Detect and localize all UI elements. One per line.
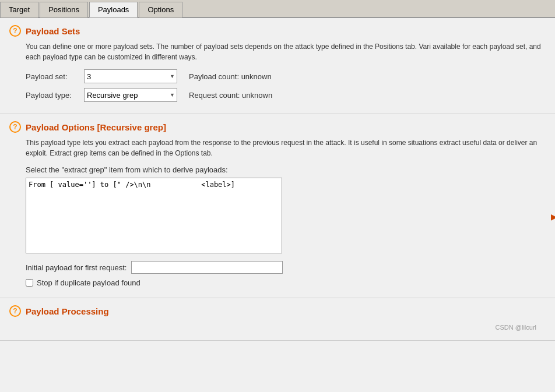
payload-options-header: ? Payload Options [Recursive grep] — [9, 121, 546, 133]
select-grep-label: Select the "extract grep" item from whic… — [26, 165, 546, 174]
payload-count-info: Payload count: unknown — [189, 72, 272, 81]
payload-type-row: Payload type: Simple list Runtime file C… — [26, 88, 546, 102]
stop-duplicate-checkbox[interactable] — [26, 279, 33, 287]
payload-sets-description: You can define one or more payload sets.… — [26, 41, 546, 62]
payload-processing-header: ? Payload Processing — [9, 305, 546, 317]
payload-type-label: Payload type: — [26, 91, 84, 100]
payload-type-select[interactable]: Simple list Runtime file Custom iterator… — [84, 88, 177, 102]
payload-sets-help-icon[interactable]: ? — [9, 25, 21, 37]
payload-set-label: Payload set: — [26, 72, 84, 81]
payload-set-row: Payload set: 1 2 3 4 Payload count: unkn… — [26, 69, 546, 83]
arrow-right-icon: ▶ — [551, 212, 555, 221]
request-count-info: Request count: unknown — [189, 91, 272, 100]
tab-payloads[interactable]: Payloads — [89, 2, 138, 17]
tab-bar: Target Positions Payloads Options — [0, 0, 555, 18]
payload-options-title: Payload Options [Recursive grep] — [26, 122, 166, 132]
payload-options-help-icon[interactable]: ? — [9, 121, 21, 133]
initial-payload-row: Initial payload for first request: — [26, 261, 546, 274]
payload-options-description: This payload type lets you extract each … — [26, 137, 546, 158]
main-content: ? Payload Sets You can define one or mor… — [0, 18, 555, 341]
tab-target[interactable]: Target — [0, 2, 38, 17]
payload-sets-section: ? Payload Sets You can define one or mor… — [0, 18, 555, 114]
stop-duplicate-row: Stop if duplicate payload found — [26, 278, 546, 287]
grep-textarea-container: From [ value=''] to [" />\n\n <label>] ▶ — [26, 178, 546, 255]
grep-textarea[interactable]: From [ value=''] to [" />\n\n <label>] — [26, 178, 282, 253]
payload-processing-title: Payload Processing — [26, 306, 109, 316]
initial-payload-label: Initial payload for first request: — [26, 263, 127, 272]
initial-payload-input[interactable] — [131, 261, 283, 274]
watermark: CSDN @lilcurl — [9, 322, 546, 333]
payload-sets-header: ? Payload Sets — [9, 25, 546, 37]
stop-duplicate-label: Stop if duplicate payload found — [37, 278, 140, 287]
payload-set-select-wrapper: 1 2 3 4 — [84, 69, 177, 83]
payload-options-section: ? Payload Options [Recursive grep] This … — [0, 114, 555, 298]
tab-options[interactable]: Options — [139, 2, 182, 17]
payload-type-select-wrapper: Simple list Runtime file Custom iterator… — [84, 88, 177, 102]
payload-processing-section: ? Payload Processing CSDN @lilcurl — [0, 298, 555, 341]
payload-set-select[interactable]: 1 2 3 4 — [84, 69, 177, 83]
payload-processing-help-icon[interactable]: ? — [9, 305, 21, 317]
tab-positions[interactable]: Positions — [40, 2, 88, 17]
payload-sets-title: Payload Sets — [26, 26, 80, 36]
